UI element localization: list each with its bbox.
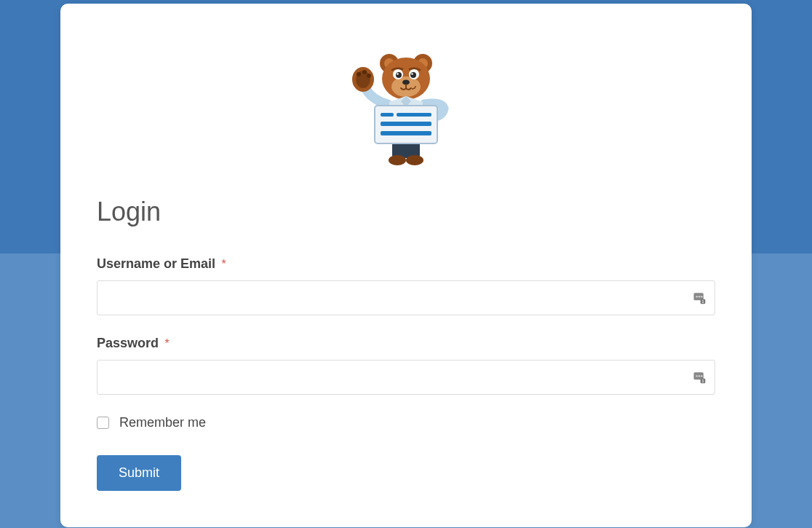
username-input-wrap: 1 — [97, 280, 715, 315]
login-card: Login Username or Email * 1 Password * — [60, 4, 752, 527]
required-marker: * — [165, 337, 170, 350]
password-label-text: Password — [97, 336, 159, 351]
svg-point-28 — [698, 296, 700, 297]
svg-point-27 — [696, 296, 698, 297]
required-marker: * — [222, 258, 226, 270]
svg-point-2 — [357, 72, 361, 76]
svg-point-17 — [410, 72, 416, 78]
svg-rect-24 — [381, 122, 431, 126]
svg-text:1: 1 — [701, 379, 704, 383]
remember-me-row: Remember me — [97, 415, 715, 430]
password-field: Password * 1 — [97, 336, 715, 395]
svg-point-3 — [362, 70, 367, 74]
password-input[interactable] — [97, 360, 715, 395]
svg-point-6 — [389, 155, 406, 165]
svg-point-19 — [411, 73, 413, 75]
svg-point-34 — [698, 375, 700, 377]
svg-rect-25 — [381, 131, 431, 135]
login-heading: Login — [97, 197, 715, 227]
svg-point-29 — [701, 296, 702, 297]
svg-point-7 — [406, 155, 423, 165]
svg-rect-23 — [397, 113, 431, 117]
svg-point-16 — [396, 72, 402, 78]
svg-point-35 — [701, 375, 702, 377]
bear-mascot-logo — [344, 47, 468, 168]
username-field: Username or Email * 1 — [97, 256, 715, 315]
password-manager-icon[interactable]: 1 — [692, 291, 706, 305]
svg-point-18 — [397, 73, 399, 75]
svg-point-4 — [367, 74, 371, 78]
logo-container — [97, 47, 715, 168]
svg-point-33 — [696, 375, 698, 377]
remember-me-label: Remember me — [119, 415, 206, 430]
username-label: Username or Email * — [97, 258, 226, 270]
svg-rect-22 — [381, 113, 394, 117]
svg-text:1: 1 — [701, 299, 704, 304]
password-label: Password * — [97, 337, 170, 350]
username-label-text: Username or Email — [97, 256, 215, 272]
password-input-wrap: 1 — [97, 360, 715, 395]
username-input[interactable] — [97, 280, 715, 315]
submit-button[interactable]: Submit — [97, 455, 181, 491]
password-manager-icon[interactable]: 1 — [692, 370, 706, 385]
remember-me-checkbox[interactable] — [97, 417, 109, 429]
